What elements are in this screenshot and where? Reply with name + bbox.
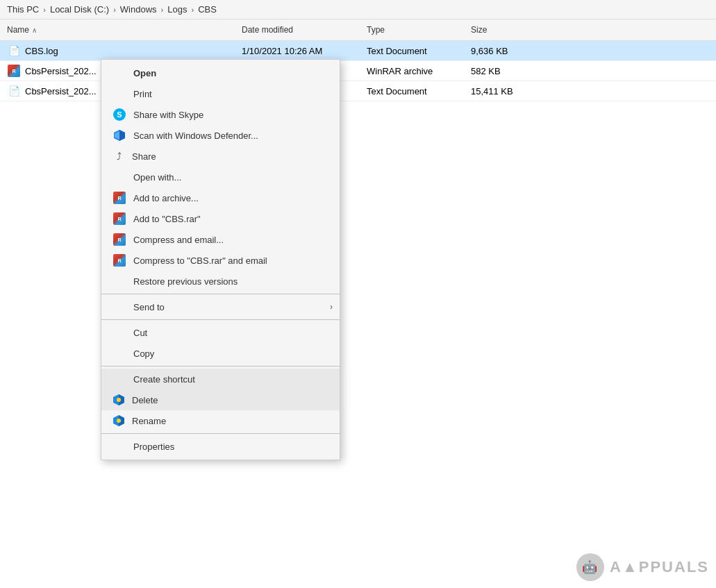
file-size: 9,636 KB — [465, 43, 535, 59]
separator-4 — [101, 433, 340, 434]
winrar-icon-1: R — [113, 191, 126, 205]
file-list-header: Name ∧ Date modified Type Size — [0, 19, 716, 41]
winrar-icon-4: R — [113, 253, 126, 267]
shield-rename-icon — [113, 414, 125, 427]
breadcrumb-item-windows[interactable]: Windows — [120, 4, 157, 15]
menu-item-label: Add to "CBS.rar" — [133, 214, 201, 224]
file-type: Text Document — [361, 43, 465, 59]
context-menu-add-archive[interactable]: R Add to archive... — [101, 187, 340, 208]
context-menu-restore-versions[interactable]: Restore previous versions — [101, 271, 340, 292]
breadcrumb-item-logs[interactable]: Logs — [167, 4, 187, 15]
menu-item-label: Rename — [132, 416, 166, 426]
col-header-name[interactable]: Name ∧ — [0, 22, 236, 37]
context-menu-send-to[interactable]: Send to › — [101, 296, 340, 317]
menu-item-label: Share — [132, 151, 156, 162]
menu-item-label: Properties — [133, 442, 174, 452]
menu-item-label: Copy — [133, 348, 154, 359]
svg-point-5 — [117, 398, 121, 402]
breadcrumb-sep-3: › — [161, 6, 164, 14]
menu-item-label: Restore previous versions — [133, 276, 238, 287]
breadcrumb: This PC › Local Disk (C:) › Windows › Lo… — [0, 0, 716, 19]
context-menu-delete[interactable]: Delete — [101, 389, 340, 410]
svg-marker-1 — [119, 130, 125, 141]
context-menu-share[interactable]: ⤴ Share — [101, 146, 340, 167]
context-menu-create-shortcut[interactable]: Create shortcut — [101, 369, 340, 389]
menu-item-label: Create shortcut — [133, 374, 195, 385]
submenu-arrow-icon: › — [330, 302, 333, 312]
context-menu-open[interactable]: Open — [101, 62, 340, 83]
explorer-window: This PC › Local Disk (C:) › Windows › Lo… — [0, 0, 716, 588]
separator-2 — [101, 319, 340, 320]
table-row[interactable]: 📄 CBS.log 1/10/2021 10:26 AM Text Docume… — [0, 41, 716, 61]
file-type: WinRAR archive — [361, 63, 465, 79]
col-header-date[interactable]: Date modified — [236, 22, 361, 37]
menu-item-label: Delete — [132, 395, 158, 405]
menu-item-label: Scan with Windows Defender... — [133, 131, 258, 141]
context-menu: Open Print S Share with Skype Scan with — [101, 59, 340, 460]
context-menu-copy[interactable]: Copy — [101, 343, 340, 364]
watermark-logo: 🤖 — [576, 553, 604, 581]
context-menu-share-skype[interactable]: S Share with Skype — [101, 104, 340, 125]
sort-arrow-icon: ∧ — [32, 26, 37, 34]
menu-item-label: Open with... — [133, 172, 181, 183]
context-menu-add-cbs-rar[interactable]: R Add to "CBS.rar" — [101, 208, 340, 229]
context-menu-cut[interactable]: Cut — [101, 322, 340, 343]
col-header-size[interactable]: Size — [465, 22, 535, 37]
context-menu-compress-email[interactable]: R Compress and email... — [101, 229, 340, 250]
context-menu-compress-cbs-email[interactable]: R Compress to "CBS.rar" and email — [101, 250, 340, 271]
file-size: 15,411 KB — [465, 83, 535, 99]
file-size: 582 KB — [465, 63, 535, 79]
breadcrumb-sep-4: › — [191, 6, 194, 14]
shield-delete-icon — [113, 394, 125, 406]
context-menu-scan-defender[interactable]: Scan with Windows Defender... — [101, 125, 340, 146]
breadcrumb-sep-2: › — [113, 6, 116, 14]
winrar-icon-3: R — [113, 233, 126, 246]
file-icon-txt: 📄 — [7, 44, 21, 58]
watermark-text: A▲PPUALS — [610, 558, 709, 576]
menu-item-label: Print — [133, 89, 152, 99]
context-menu-rename[interactable]: Rename — [101, 410, 340, 431]
breadcrumb-item-thispc[interactable]: This PC — [7, 4, 39, 15]
file-name: CbsPersist_202... — [25, 66, 97, 76]
separator-3 — [101, 366, 340, 367]
skype-icon: S — [113, 108, 126, 121]
context-menu-open-with[interactable]: Open with... — [101, 167, 340, 187]
context-menu-print[interactable]: Print — [101, 83, 340, 104]
file-icon-txt2: 📄 — [7, 84, 21, 98]
separator-1 — [101, 294, 340, 294]
context-menu-properties[interactable]: Properties — [101, 436, 340, 457]
menu-item-label: Compress and email... — [133, 235, 224, 245]
menu-item-label: Cut — [133, 328, 147, 338]
share-icon: ⤴ — [113, 150, 125, 162]
winrar-icon-2: R — [113, 212, 126, 226]
menu-item-label: Compress to "CBS.rar" and email — [133, 255, 267, 266]
file-icon-rar: R — [7, 64, 21, 78]
file-date: 1/10/2021 10:26 AM — [236, 43, 361, 59]
breadcrumb-sep-1: › — [43, 6, 46, 14]
menu-item-label: Add to archive... — [133, 193, 199, 203]
breadcrumb-item-localdisk[interactable]: Local Disk (C:) — [50, 4, 109, 15]
breadcrumb-item-cbs[interactable]: CBS — [198, 4, 217, 15]
defender-icon — [113, 128, 126, 142]
menu-item-label: Open — [133, 68, 156, 78]
menu-item-label: Share with Skype — [133, 110, 203, 120]
file-name: CBS.log — [25, 46, 58, 56]
svg-point-8 — [117, 419, 121, 423]
watermark: 🤖 A▲PPUALS — [576, 553, 709, 581]
file-name: CbsPersist_202... — [25, 86, 97, 96]
file-type: Text Document — [361, 83, 465, 99]
col-header-type[interactable]: Type — [361, 22, 465, 37]
menu-item-label: Send to — [133, 302, 165, 312]
